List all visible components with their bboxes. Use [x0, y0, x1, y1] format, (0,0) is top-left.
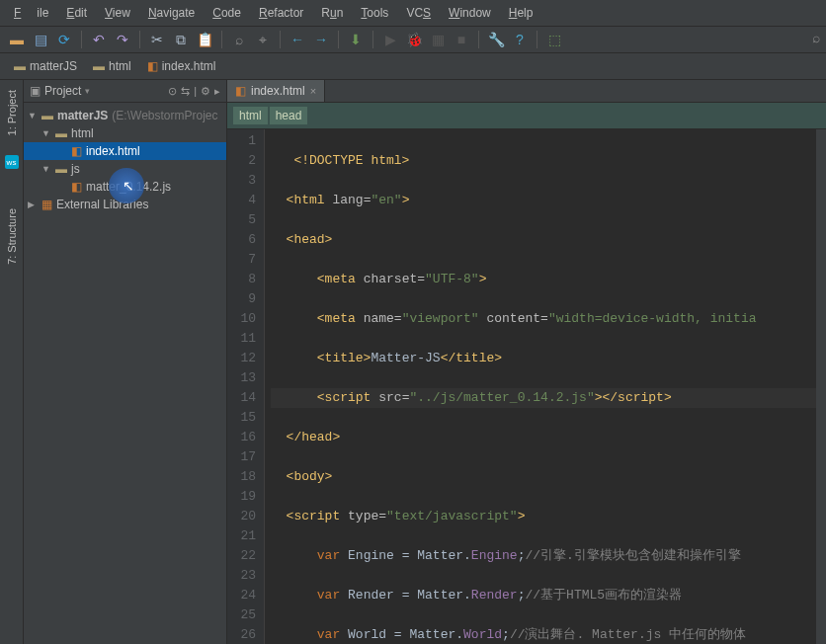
undo-icon[interactable]: ↶ [90, 31, 108, 48]
menu-navigate[interactable]: Navigate [140, 3, 203, 23]
tree-root[interactable]: ▼ ▬ matterJS (E:\WebstormProjec [24, 107, 226, 124]
coverage-icon[interactable]: ▦ [429, 31, 447, 48]
html-file-icon: ◧ [147, 59, 158, 73]
sidebar-tab-structure[interactable]: 7: Structure [4, 202, 20, 271]
nav-bar: ▬ matterJS ▬ html ◧ index.html [0, 53, 826, 80]
project-view-icon: ▣ [30, 84, 41, 98]
editor-tabs: ◧ index.html × [227, 80, 826, 103]
tree-matterjs-label: matter_0.14.2.js [86, 180, 171, 194]
library-icon: ▦ [41, 198, 52, 211]
redo-icon[interactable]: ↷ [114, 31, 131, 48]
dropdown-icon[interactable]: ▾ [85, 86, 90, 96]
editor-tab-index[interactable]: ◧ index.html × [227, 80, 325, 102]
tree-folder-js[interactable]: ▼ ▬ js [24, 160, 226, 178]
editor-area: ◧ index.html × html head 12 34 56 78 910… [227, 80, 826, 644]
stop-icon[interactable]: ■ [453, 31, 470, 48]
tree-js-label: js [71, 162, 80, 176]
gutter: 12 34 56 78 910 1112 1314 1516 1718 1920… [227, 129, 265, 644]
tool-window-bar: 1: Project ws 7: Structure [0, 80, 24, 644]
close-icon[interactable]: × [310, 85, 316, 97]
replace-icon[interactable]: ⌖ [254, 31, 272, 48]
gear-icon[interactable]: ⚙ [201, 85, 210, 98]
forward-icon[interactable]: → [312, 31, 330, 48]
tree-external-libraries[interactable]: ▶ ▦ External Libraries [24, 196, 226, 213]
nav-folder-label: html [109, 59, 131, 73]
js-file-icon: ◧ [71, 180, 82, 194]
hide-icon[interactable]: ▸ [214, 85, 220, 98]
menu-file[interactable]: File [6, 3, 56, 23]
tree-file-matterjs[interactable]: ◧ matter_0.14.2.js [24, 178, 226, 196]
menu-vcs[interactable]: VCS [398, 3, 439, 23]
scroll-from-source-icon[interactable]: ⊙ [168, 85, 177, 98]
search-everywhere-icon[interactable]: ⌕ [812, 30, 820, 45]
project-tree: ▼ ▬ matterJS (E:\WebstormProjec ▼ ▬ html… [24, 103, 226, 217]
nav-file[interactable]: ◧ index.html [141, 57, 222, 75]
collapse-all-icon[interactable]: ⇆ [181, 85, 190, 98]
menu-code[interactable]: Code [205, 3, 249, 23]
paste-icon[interactable]: 📋 [196, 31, 213, 48]
nav-file-label: index.html [162, 59, 216, 73]
crumb-head[interactable]: head [270, 107, 308, 124]
tree-folder-html[interactable]: ▼ ▬ html [24, 124, 226, 142]
folder-icon: ▬ [14, 59, 26, 73]
folder-icon: ▬ [55, 162, 67, 176]
nav-folder[interactable]: ▬ html [87, 57, 137, 75]
sync-icon[interactable]: ⟳ [55, 31, 73, 48]
back-icon[interactable]: ← [289, 31, 306, 48]
tree-file-index[interactable]: ◧ index.html [24, 142, 226, 160]
tree-root-hint: (E:\WebstormProjec [112, 109, 217, 122]
folder-icon: ▬ [41, 109, 53, 122]
debug-icon[interactable]: 🐞 [405, 31, 423, 48]
webstorm-logo-icon: ws [5, 155, 19, 169]
tree-html-label: html [71, 126, 94, 140]
sidebar-tab-project[interactable]: 1: Project [4, 84, 20, 141]
open-icon[interactable]: ▬ [8, 31, 26, 48]
project-panel-header: ▣ Project ▾ ⊙ ⇆ | ⚙ ▸ [24, 80, 226, 103]
tree-index-label: index.html [86, 144, 140, 158]
toolbar: ▬ ▤ ⟳ ↶ ↷ ✂ ⧉ 📋 ⌕ ⌖ ← → ⬇ ▶ 🐞 ▦ ■ 🔧 ? ⬚ [0, 27, 826, 53]
html-file-icon: ◧ [235, 84, 246, 98]
menu-run[interactable]: Run [313, 3, 351, 23]
menu-window[interactable]: Window [441, 3, 499, 23]
run-icon[interactable]: ▶ [381, 31, 399, 48]
find-icon[interactable]: ⌕ [230, 31, 248, 48]
menu-view[interactable]: View [97, 3, 138, 23]
nav-project-label: matterJS [30, 59, 77, 73]
copy-icon[interactable]: ⧉ [172, 31, 190, 48]
editor-tab-label: index.html [251, 84, 305, 98]
save-icon[interactable]: ▤ [32, 31, 49, 48]
error-stripe[interactable] [816, 129, 826, 644]
editor-breadcrumb: html head [227, 103, 826, 129]
help-icon[interactable]: ? [511, 31, 529, 48]
menu-refactor[interactable]: Refactor [251, 3, 311, 23]
tree-external-label: External Libraries [56, 198, 148, 211]
code-content[interactable]: <!DOCTYPE html> <html lang="en"> <head> … [265, 129, 826, 644]
project-panel-title: Project [44, 84, 81, 98]
cut-icon[interactable]: ✂ [148, 31, 166, 48]
crumb-html[interactable]: html [233, 107, 268, 124]
nav-project[interactable]: ▬ matterJS [8, 57, 83, 75]
ide-icon[interactable]: ⬚ [545, 31, 563, 48]
folder-icon: ▬ [93, 59, 105, 73]
project-panel: ▣ Project ▾ ⊙ ⇆ | ⚙ ▸ ▼ ▬ matterJS (E:\W… [24, 80, 227, 644]
menu-help[interactable]: Help [501, 3, 541, 23]
menu-tools[interactable]: Tools [353, 3, 396, 23]
html-file-icon: ◧ [71, 144, 82, 158]
settings-icon[interactable]: 🔧 [487, 31, 505, 48]
build-icon[interactable]: ⬇ [347, 31, 365, 48]
menu-bar: File Edit View Navigate Code Refactor Ru… [0, 0, 826, 27]
code-editor[interactable]: 12 34 56 78 910 1112 1314 1516 1718 1920… [227, 129, 826, 644]
folder-icon: ▬ [55, 126, 67, 140]
tree-root-label: matterJS [57, 109, 108, 122]
menu-edit[interactable]: Edit [58, 3, 95, 23]
